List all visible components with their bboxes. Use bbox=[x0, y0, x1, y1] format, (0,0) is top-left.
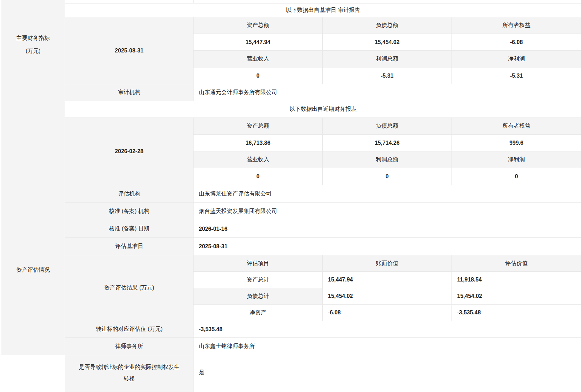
eval-agency-label: 评估机构 bbox=[65, 185, 194, 203]
value-total-assets-recent: 16,713.86 bbox=[194, 135, 323, 151]
eval-row-net-assets-label: 净资产 bbox=[194, 305, 323, 321]
eval-row-total-assets-eval: 11,918.54 bbox=[452, 272, 581, 288]
value-total-assets: 15,447.94 bbox=[194, 34, 323, 51]
value-total-profit: -5.31 bbox=[323, 67, 452, 84]
recent-source-header: 以下数据出自近期财务报表 bbox=[65, 101, 581, 118]
header-total-profit: 利润总额 bbox=[323, 51, 452, 67]
law-firm-label: 律师事务所 bbox=[65, 338, 194, 355]
eval-row-net-assets-eval: -3,535.48 bbox=[452, 305, 581, 321]
financial-info-table: 主要财务指标 (万元) 以下数据出自基准日 审计报告 2025-08-31 资产… bbox=[1, 0, 581, 392]
transfer-eval-value: -3,535.48 bbox=[194, 321, 581, 338]
header-operating-income-recent: 营业收入 bbox=[194, 151, 323, 168]
eval-agency-value: 山东博莱仕资产评估有限公司 bbox=[194, 185, 581, 203]
value-net-profit: -5.31 bbox=[452, 67, 581, 84]
eval-row-total-liabilities-eval: 15,454.02 bbox=[452, 288, 581, 305]
approval-agency-label: 核准 (备案) 机构 bbox=[65, 203, 194, 220]
section-title-finance-unit: (万元) bbox=[26, 44, 41, 57]
value-total-profit-recent: 0 bbox=[323, 168, 452, 185]
section-title-finance-text: 主要财务指标 bbox=[16, 31, 50, 44]
header-owner-equity-recent: 所有者权益 bbox=[452, 118, 581, 135]
control-transfer-value: 是 bbox=[194, 355, 581, 390]
value-operating-income: 0 bbox=[194, 67, 323, 84]
section-title-evaluation: 资产评估情况 bbox=[1, 185, 65, 355]
header-net-profit: 净利润 bbox=[452, 51, 581, 67]
header-total-assets: 资产总额 bbox=[194, 17, 323, 34]
value-owner-equity-recent: 999.6 bbox=[452, 135, 581, 151]
book-value-header: 账面价值 bbox=[323, 255, 452, 272]
eval-row-total-liabilities-label: 负债总计 bbox=[194, 288, 323, 305]
eval-row-total-assets-label: 资产总计 bbox=[194, 272, 323, 288]
header-net-profit-recent: 净利润 bbox=[452, 151, 581, 168]
section-title-finance: 主要财务指标 (万元) bbox=[1, 0, 65, 185]
audit-agency-label: 审计机构 bbox=[65, 84, 194, 101]
audit-agency-value: 山东通元会计师事务所有限公司 bbox=[194, 84, 581, 101]
eval-value-header: 评估价值 bbox=[452, 255, 581, 272]
approval-date-label: 核准 (备案) 日期 bbox=[65, 220, 194, 238]
previous-row-sliver-value bbox=[194, 0, 581, 3]
value-total-liabilities-recent: 15,714.26 bbox=[323, 135, 452, 151]
next-row-sliver-left bbox=[1, 390, 65, 392]
law-firm-value: 山东鑫士铭律师事务所 bbox=[194, 338, 581, 355]
eval-base-date-value: 2025-08-31 bbox=[194, 238, 581, 255]
header-owner-equity: 所有者权益 bbox=[452, 17, 581, 34]
approval-agency-value: 烟台蓝天投资发展集团有限公司 bbox=[194, 203, 581, 220]
value-net-profit-recent: 0 bbox=[452, 168, 581, 185]
eval-row-total-assets-book: 15,447.94 bbox=[323, 272, 452, 288]
value-operating-income-recent: 0 bbox=[194, 168, 323, 185]
eval-base-date-label: 评估基准日 bbox=[65, 238, 194, 255]
header-total-liabilities-recent: 负债总额 bbox=[323, 118, 452, 135]
eval-row-net-assets-book: -6.08 bbox=[323, 305, 452, 321]
recent-block-date: 2026-02-28 bbox=[65, 118, 194, 185]
value-total-liabilities: 15,454.02 bbox=[323, 34, 452, 51]
header-total-profit-recent: 利润总额 bbox=[323, 151, 452, 168]
audit-block-date: 2025-08-31 bbox=[65, 17, 194, 84]
next-row-sliver-value bbox=[194, 390, 581, 392]
transfer-eval-label: 转让标的对应评估值 (万元) bbox=[65, 321, 194, 338]
previous-row-sliver-label bbox=[65, 0, 194, 3]
value-owner-equity: -6.08 bbox=[452, 34, 581, 51]
eval-row-total-liabilities-book: 15,454.02 bbox=[323, 288, 452, 305]
eval-result-label: 资产评估结果 (万元) bbox=[65, 255, 194, 321]
approval-date-value: 2026-01-16 bbox=[194, 220, 581, 238]
eval-item-header: 评估项目 bbox=[194, 255, 323, 272]
audit-source-header: 以下数据出自基准日 审计报告 bbox=[65, 3, 581, 17]
header-total-liabilities: 负债总额 bbox=[323, 17, 452, 34]
next-row-sliver-label bbox=[65, 390, 194, 392]
header-operating-income: 营业收入 bbox=[194, 51, 323, 67]
header-total-assets-recent: 资产总额 bbox=[194, 118, 323, 135]
section-control-title-area bbox=[1, 355, 65, 390]
control-transfer-label: 是否导致转让标的企业的实际控制权发生转移 bbox=[65, 355, 194, 390]
